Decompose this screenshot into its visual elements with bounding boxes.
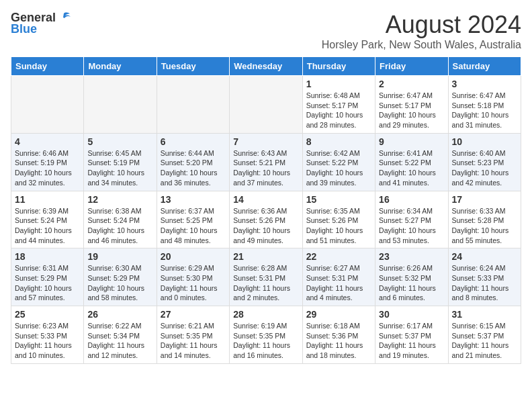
day-number: 3: [452, 79, 517, 89]
calendar-day-cell: 23Sunrise: 6:26 AMSunset: 5:32 PMDayligh…: [375, 248, 448, 306]
calendar-day-cell: 13Sunrise: 6:37 AMSunset: 5:25 PMDayligh…: [157, 191, 229, 248]
calendar-day-cell: 21Sunrise: 6:28 AMSunset: 5:31 PMDayligh…: [230, 248, 302, 306]
day-number: 31: [452, 309, 517, 320]
calendar-empty-cell: [11, 76, 84, 134]
weekday-header-sunday: Sunday: [11, 57, 84, 76]
calendar-day-cell: 28Sunrise: 6:19 AMSunset: 5:35 PMDayligh…: [230, 306, 302, 364]
calendar-week-row: 18Sunrise: 6:31 AMSunset: 5:29 PMDayligh…: [11, 248, 521, 306]
calendar-day-cell: 10Sunrise: 6:40 AMSunset: 5:23 PMDayligh…: [448, 133, 521, 191]
calendar-day-cell: 26Sunrise: 6:22 AMSunset: 5:34 PMDayligh…: [84, 306, 157, 364]
calendar-day-cell: 15Sunrise: 6:35 AMSunset: 5:26 PMDayligh…: [302, 191, 375, 248]
calendar-week-row: 4Sunrise: 6:46 AMSunset: 5:19 PMDaylight…: [11, 133, 521, 191]
day-number: 27: [161, 309, 226, 320]
day-number: 1: [306, 79, 371, 89]
day-info: Sunrise: 6:15 AMSunset: 5:37 PMDaylight:…: [452, 321, 517, 361]
day-info: Sunrise: 6:36 AMSunset: 5:26 PMDaylight:…: [233, 206, 298, 246]
day-number: 18: [15, 251, 80, 262]
day-number: 24: [452, 251, 517, 262]
calendar-day-cell: 31Sunrise: 6:15 AMSunset: 5:37 PMDayligh…: [448, 306, 521, 364]
day-info: Sunrise: 6:38 AMSunset: 5:24 PMDaylight:…: [87, 206, 152, 246]
day-number: 25: [15, 309, 80, 320]
day-info: Sunrise: 6:48 AMSunset: 5:17 PMDaylight:…: [306, 91, 371, 130]
calendar-day-cell: 11Sunrise: 6:39 AMSunset: 5:24 PMDayligh…: [11, 191, 84, 248]
day-info: Sunrise: 6:19 AMSunset: 5:35 PMDaylight:…: [233, 321, 298, 361]
day-number: 17: [452, 194, 517, 205]
day-number: 23: [379, 251, 444, 262]
calendar-day-cell: 7Sunrise: 6:43 AMSunset: 5:21 PMDaylight…: [230, 133, 302, 191]
day-info: Sunrise: 6:17 AMSunset: 5:37 PMDaylight:…: [379, 321, 444, 361]
title-area: August 2024 Horsley Park, New South Wale…: [322, 11, 521, 51]
calendar-day-cell: 4Sunrise: 6:46 AMSunset: 5:19 PMDaylight…: [11, 133, 84, 191]
day-number: 22: [306, 251, 371, 262]
calendar-week-row: 25Sunrise: 6:23 AMSunset: 5:33 PMDayligh…: [11, 306, 521, 364]
month-year-title: August 2024: [322, 11, 521, 39]
day-number: 12: [87, 194, 152, 205]
day-info: Sunrise: 6:39 AMSunset: 5:24 PMDaylight:…: [15, 206, 80, 246]
weekday-header-friday: Friday: [375, 57, 448, 76]
day-number: 28: [233, 309, 298, 320]
logo: General Blue: [11, 11, 72, 36]
calendar-day-cell: 27Sunrise: 6:21 AMSunset: 5:35 PMDayligh…: [157, 306, 229, 364]
day-number: 9: [379, 136, 444, 147]
day-info: Sunrise: 6:35 AMSunset: 5:26 PMDaylight:…: [306, 206, 371, 246]
day-info: Sunrise: 6:31 AMSunset: 5:29 PMDaylight:…: [15, 263, 80, 303]
day-number: 15: [306, 194, 371, 205]
calendar-table: SundayMondayTuesdayWednesdayThursdayFrid…: [11, 56, 521, 364]
day-number: 20: [161, 251, 226, 262]
logo-bird-icon: [56, 12, 71, 24]
weekday-header-monday: Monday: [84, 57, 157, 76]
calendar-day-cell: 8Sunrise: 6:42 AMSunset: 5:22 PMDaylight…: [302, 133, 375, 191]
day-number: 4: [15, 136, 80, 147]
day-info: Sunrise: 6:26 AMSunset: 5:32 PMDaylight:…: [379, 263, 444, 303]
calendar-empty-cell: [157, 76, 229, 134]
calendar-day-cell: 2Sunrise: 6:47 AMSunset: 5:17 PMDaylight…: [375, 76, 448, 134]
day-number: 30: [379, 309, 444, 320]
calendar-day-cell: 5Sunrise: 6:45 AMSunset: 5:19 PMDaylight…: [84, 133, 157, 191]
calendar-day-cell: 30Sunrise: 6:17 AMSunset: 5:37 PMDayligh…: [375, 306, 448, 364]
calendar-day-cell: 29Sunrise: 6:18 AMSunset: 5:36 PMDayligh…: [302, 306, 375, 364]
day-number: 13: [161, 194, 226, 205]
calendar-day-cell: 19Sunrise: 6:30 AMSunset: 5:29 PMDayligh…: [84, 248, 157, 306]
day-number: 10: [452, 136, 517, 147]
calendar-week-row: 1Sunrise: 6:48 AMSunset: 5:17 PMDaylight…: [11, 76, 521, 134]
calendar-day-cell: 6Sunrise: 6:44 AMSunset: 5:20 PMDaylight…: [157, 133, 229, 191]
day-info: Sunrise: 6:33 AMSunset: 5:28 PMDaylight:…: [452, 206, 517, 246]
day-info: Sunrise: 6:46 AMSunset: 5:19 PMDaylight:…: [15, 148, 80, 188]
day-number: 7: [233, 136, 298, 147]
day-info: Sunrise: 6:42 AMSunset: 5:22 PMDaylight:…: [306, 148, 371, 188]
calendar-day-cell: 25Sunrise: 6:23 AMSunset: 5:33 PMDayligh…: [11, 306, 84, 364]
day-number: 26: [87, 309, 152, 320]
header: General Blue August 2024 Horsley Park, N…: [11, 11, 521, 51]
day-info: Sunrise: 6:44 AMSunset: 5:20 PMDaylight:…: [161, 148, 226, 188]
day-info: Sunrise: 6:21 AMSunset: 5:35 PMDaylight:…: [161, 321, 226, 361]
day-info: Sunrise: 6:29 AMSunset: 5:30 PMDaylight:…: [161, 263, 226, 303]
day-number: 16: [379, 194, 444, 205]
day-number: 5: [87, 136, 152, 147]
calendar-day-cell: 24Sunrise: 6:24 AMSunset: 5:33 PMDayligh…: [448, 248, 521, 306]
day-info: Sunrise: 6:27 AMSunset: 5:31 PMDaylight:…: [306, 263, 371, 303]
day-info: Sunrise: 6:30 AMSunset: 5:29 PMDaylight:…: [87, 263, 152, 303]
day-info: Sunrise: 6:28 AMSunset: 5:31 PMDaylight:…: [233, 263, 298, 303]
day-info: Sunrise: 6:23 AMSunset: 5:33 PMDaylight:…: [15, 321, 80, 361]
logo-blue-text: Blue: [11, 22, 37, 36]
day-number: 8: [306, 136, 371, 147]
day-info: Sunrise: 6:45 AMSunset: 5:19 PMDaylight:…: [87, 148, 152, 188]
calendar-day-cell: 9Sunrise: 6:41 AMSunset: 5:22 PMDaylight…: [375, 133, 448, 191]
location-subtitle: Horsley Park, New South Wales, Australia: [322, 39, 521, 51]
day-number: 19: [87, 251, 152, 262]
day-info: Sunrise: 6:47 AMSunset: 5:17 PMDaylight:…: [379, 91, 444, 130]
calendar-empty-cell: [84, 76, 157, 134]
day-number: 6: [161, 136, 226, 147]
calendar-day-cell: 20Sunrise: 6:29 AMSunset: 5:30 PMDayligh…: [157, 248, 229, 306]
calendar-day-cell: 16Sunrise: 6:34 AMSunset: 5:27 PMDayligh…: [375, 191, 448, 248]
calendar-day-cell: 17Sunrise: 6:33 AMSunset: 5:28 PMDayligh…: [448, 191, 521, 248]
day-info: Sunrise: 6:47 AMSunset: 5:18 PMDaylight:…: [452, 91, 517, 130]
day-info: Sunrise: 6:41 AMSunset: 5:22 PMDaylight:…: [379, 148, 444, 188]
day-info: Sunrise: 6:43 AMSunset: 5:21 PMDaylight:…: [233, 148, 298, 188]
day-info: Sunrise: 6:40 AMSunset: 5:23 PMDaylight:…: [452, 148, 517, 188]
day-info: Sunrise: 6:37 AMSunset: 5:25 PMDaylight:…: [161, 206, 226, 246]
calendar-day-cell: 14Sunrise: 6:36 AMSunset: 5:26 PMDayligh…: [230, 191, 302, 248]
calendar-empty-cell: [230, 76, 302, 134]
calendar-day-cell: 3Sunrise: 6:47 AMSunset: 5:18 PMDaylight…: [448, 76, 521, 134]
weekday-header-thursday: Thursday: [302, 57, 375, 76]
